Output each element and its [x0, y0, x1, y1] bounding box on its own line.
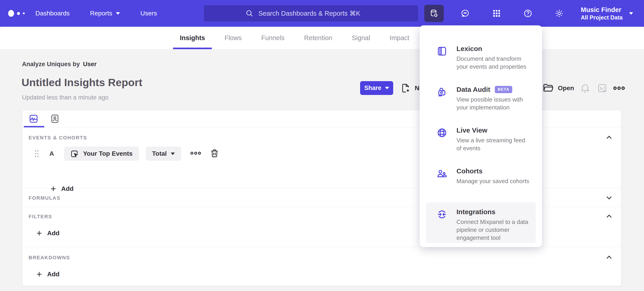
- section-title: BREAKDOWNS: [28, 255, 70, 261]
- plus-icon: [36, 271, 43, 278]
- more-options-button[interactable]: [613, 81, 626, 95]
- tab-label: Impact: [390, 34, 409, 42]
- more-options-icon: [190, 147, 202, 159]
- open-report-button[interactable]: Open: [542, 81, 574, 95]
- menu-item-title: Data Audit: [456, 86, 490, 93]
- mixpanel-app: Dashboards Reports Users: [0, 0, 644, 291]
- menu-item-title: Live View: [456, 126, 487, 134]
- plus-icon: [36, 230, 43, 237]
- nav-item-label: Dashboards: [35, 10, 70, 17]
- nav-item-label: Users: [140, 10, 157, 17]
- section-title: FORMULAS: [28, 195, 60, 201]
- add-breakdown-label: Add: [47, 271, 60, 278]
- menu-item-data-audit[interactable]: Data Audit BETA View possible issues wit…: [426, 80, 536, 121]
- logo-dot-small: [23, 12, 25, 14]
- search-input[interactable]: [258, 9, 377, 17]
- beta-badge: BETA: [495, 86, 512, 93]
- menu-item-lexicon[interactable]: Lexicon Document and transform your even…: [426, 39, 536, 80]
- tab-profiles-analysis[interactable]: [50, 114, 60, 124]
- add-to-board-button[interactable]: [597, 81, 608, 95]
- open-folder-icon: [542, 82, 554, 94]
- nav-menu: Dashboards Reports Users: [35, 0, 157, 27]
- chevron-down-icon: [116, 12, 120, 15]
- help-icon: [523, 8, 533, 18]
- nav-item-label: Reports: [90, 10, 112, 17]
- share-button-label: Share: [364, 84, 381, 92]
- event-name: Your Top Events: [83, 150, 132, 157]
- profiles-icon: [50, 114, 60, 124]
- section-breakdowns: BREAKDOWNS Add: [22, 247, 621, 287]
- integrations-icon: [436, 209, 448, 220]
- tab-events-analysis[interactable]: [28, 114, 38, 124]
- feedback-button[interactable]: [456, 5, 475, 22]
- chevron-down-icon: [171, 153, 175, 155]
- live-view-icon: [436, 127, 448, 138]
- report-tabbar: Insights Flows Funnels Retention Signal …: [0, 27, 644, 49]
- event-series-letter: A: [50, 150, 54, 157]
- feedback-icon: [461, 9, 470, 18]
- collapse-filters-button[interactable]: [605, 213, 613, 221]
- menu-item-cohorts[interactable]: Cohorts Manage your saved cohorts: [426, 161, 536, 202]
- expand-formulas-button[interactable]: [605, 194, 613, 202]
- delete-event-button[interactable]: [210, 148, 219, 159]
- share-button[interactable]: Share: [360, 81, 393, 95]
- mixpanel-dots-logo[interactable]: [8, 0, 25, 27]
- event-selector-button[interactable]: Your Top Events: [64, 147, 139, 161]
- menu-item-integrations[interactable]: Integrations Connect Mixpanel to a data …: [426, 202, 536, 243]
- board-plus-icon: [597, 83, 608, 94]
- drag-handle-icon[interactable]: [34, 149, 40, 158]
- collapse-breakdowns-button[interactable]: [605, 254, 613, 262]
- nav-right-cluster: Music Finder All Project Data: [424, 0, 633, 27]
- top-nav: Dashboards Reports Users: [0, 0, 644, 27]
- logo-dot-medium: [17, 12, 20, 15]
- tab-label: Retention: [304, 34, 332, 42]
- tab-signal[interactable]: Signal: [345, 27, 377, 49]
- section-title: EVENTS & COHORTS: [28, 135, 87, 141]
- menu-item-description: Document and transform your events and p…: [456, 55, 531, 71]
- insights-chart-icon: [28, 114, 38, 124]
- help-button[interactable]: [518, 5, 538, 22]
- tab-flows[interactable]: Flows: [218, 27, 248, 49]
- menu-item-description: Connect Mixpanel to a data pipeline or c…: [456, 218, 531, 242]
- metric-value: Total: [152, 150, 167, 157]
- menu-item-description: Manage your saved cohorts: [456, 177, 529, 185]
- lexicon-icon: [436, 46, 448, 57]
- apps-grid-button[interactable]: [487, 5, 506, 22]
- create-alert-button[interactable]: [580, 81, 590, 95]
- add-filter-button[interactable]: Add: [36, 230, 60, 237]
- more-options-icon: [613, 82, 626, 94]
- project-switcher[interactable]: Music Finder All Project Data: [581, 6, 633, 21]
- page-title[interactable]: Untitled Insights Report: [22, 76, 142, 89]
- menu-item-live-view[interactable]: Live View View a live streaming feed of …: [426, 121, 536, 161]
- tab-label: Insights: [180, 34, 205, 42]
- tab-impact[interactable]: Impact: [383, 27, 416, 49]
- event-cursor-icon: [70, 149, 79, 158]
- metric-dropdown[interactable]: Total: [146, 147, 182, 161]
- nav-item-users[interactable]: Users: [140, 10, 157, 17]
- analyze-value[interactable]: User: [83, 61, 96, 67]
- menu-item-title: Integrations: [456, 208, 496, 216]
- global-search[interactable]: [204, 5, 418, 22]
- tab-insights[interactable]: Insights: [173, 27, 212, 49]
- chevron-down-icon: [629, 12, 633, 15]
- search-icon: [245, 9, 254, 17]
- settings-button[interactable]: [550, 5, 569, 22]
- collapse-events-button[interactable]: [605, 134, 613, 142]
- add-filter-label: Add: [47, 230, 60, 237]
- add-breakdown-button[interactable]: Add: [36, 271, 60, 278]
- open-report-label: Open: [558, 84, 574, 92]
- chevron-up-icon: [605, 134, 613, 141]
- settings-icon: [554, 8, 564, 18]
- event-row: A Your Top Events Total: [22, 147, 219, 161]
- tab-retention[interactable]: Retention: [297, 27, 339, 49]
- tab-label: Signal: [352, 34, 370, 42]
- nav-item-dashboards[interactable]: Dashboards: [35, 10, 70, 17]
- nav-item-reports[interactable]: Reports: [90, 10, 120, 17]
- apps-grid-icon: [492, 9, 501, 18]
- new-report-icon: [400, 83, 411, 93]
- report-tabs: Insights Flows Funnels Retention Signal …: [173, 27, 416, 49]
- data-management-button[interactable]: [424, 5, 444, 22]
- event-more-options-button[interactable]: [190, 147, 202, 160]
- tab-funnels[interactable]: Funnels: [254, 27, 292, 49]
- chevron-up-icon: [605, 254, 613, 261]
